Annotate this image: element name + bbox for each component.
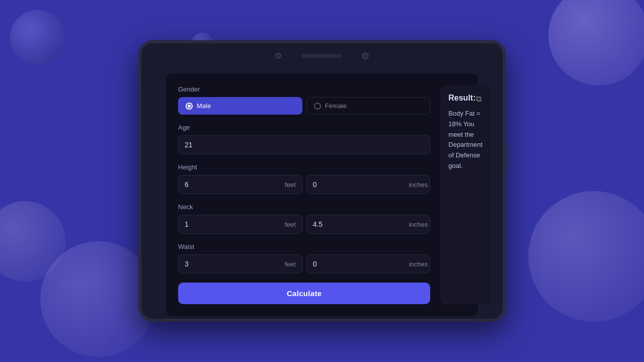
- result-text: Body Fat = 18% You meet the Department o…: [448, 109, 482, 171]
- height-inches-wrap: inches: [306, 175, 431, 194]
- result-panel: ⧉ Result: Body Fat = 18% You meet the De…: [440, 85, 491, 304]
- gender-field: Gender Male Female: [178, 85, 430, 115]
- tablet-camera: [275, 53, 281, 59]
- neck-feet-unit: feet: [283, 216, 302, 233]
- waist-inches-wrap: inches: [306, 254, 431, 274]
- neck-feet-input[interactable]: [179, 215, 283, 233]
- height-field: Height feet inches: [178, 163, 430, 194]
- male-button[interactable]: Male: [178, 97, 302, 115]
- tablet-side-button: [504, 144, 507, 174]
- tablet-content-area: Gender Male Female Age: [141, 68, 503, 326]
- tablet-speaker: [301, 54, 342, 58]
- neck-inches-input[interactable]: [307, 215, 407, 233]
- waist-inches-input[interactable]: [307, 255, 407, 273]
- female-label: Female: [325, 102, 347, 110]
- female-button[interactable]: Female: [306, 97, 431, 115]
- app-container: Gender Male Female Age: [166, 73, 478, 316]
- decorative-sphere-1: [10, 10, 65, 65]
- male-label: Male: [197, 102, 211, 110]
- tablet-front-camera: [362, 52, 369, 59]
- neck-feet-wrap: feet: [178, 215, 302, 234]
- age-field: Age: [178, 124, 430, 154]
- tablet-device: Gender Male Female Age: [138, 40, 506, 322]
- waist-feet-input[interactable]: [179, 255, 283, 273]
- height-feet-unit: feet: [283, 176, 302, 194]
- neck-inches-wrap: inches: [306, 215, 431, 234]
- copy-button[interactable]: ⧉: [474, 93, 484, 106]
- calculate-button[interactable]: Calculate: [178, 283, 430, 304]
- waist-inches-unit: inches: [407, 255, 431, 273]
- neck-label: Neck: [178, 203, 430, 211]
- gender-group: Male Female: [178, 97, 430, 115]
- neck-inches-unit: inches: [407, 216, 431, 233]
- age-input[interactable]: [178, 135, 430, 154]
- waist-field: Waist feet inches: [178, 243, 430, 274]
- neck-measurement-row: feet inches: [178, 215, 430, 234]
- female-radio-icon: [314, 103, 321, 110]
- waist-feet-wrap: feet: [178, 254, 302, 274]
- height-inches-input[interactable]: [307, 175, 407, 194]
- decorative-sphere-5: [548, 0, 644, 85]
- form-panel: Gender Male Female Age: [178, 85, 430, 304]
- age-label: Age: [178, 124, 430, 131]
- tablet-top-bar: [141, 43, 503, 68]
- waist-label: Waist: [178, 243, 430, 250]
- gender-label: Gender: [178, 85, 430, 93]
- height-measurement-row: feet inches: [178, 175, 430, 194]
- waist-feet-unit: feet: [283, 255, 302, 273]
- decorative-sphere-3: [0, 201, 65, 282]
- height-feet-wrap: feet: [178, 175, 302, 194]
- height-feet-input[interactable]: [179, 175, 283, 194]
- male-radio-icon: [186, 103, 193, 110]
- waist-measurement-row: feet inches: [178, 254, 430, 274]
- neck-field: Neck feet inches: [178, 203, 430, 234]
- height-label: Height: [178, 163, 430, 171]
- decorative-sphere-6: [528, 191, 644, 322]
- height-inches-unit: inches: [407, 176, 431, 194]
